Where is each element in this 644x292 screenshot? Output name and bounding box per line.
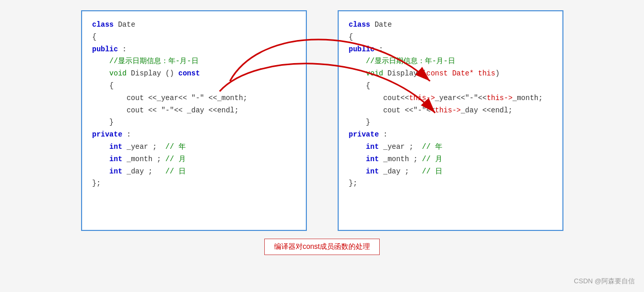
left-line-6: { xyxy=(92,80,296,92)
left-line-13: int _day ; // 日 xyxy=(92,166,296,178)
right-line-5: void Display (const Date* this) xyxy=(349,68,552,80)
left-line-11: int _year ; // 年 xyxy=(92,141,296,153)
left-line-5: void Display () const xyxy=(92,68,296,80)
left-line-1: class Date xyxy=(92,19,296,31)
right-line-6: { xyxy=(349,80,552,92)
right-line-10: private : xyxy=(349,129,552,141)
left-line-3: public : xyxy=(92,44,296,56)
right-line-9: } xyxy=(349,116,552,129)
right-line-2: { xyxy=(349,31,552,44)
left-line-9: } xyxy=(92,116,296,129)
left-line-4: //显示日期信息：年-月-日 xyxy=(92,55,296,68)
right-line-8: cout <<"-"<<this->_day <<endl; xyxy=(349,105,552,117)
left-line-14: }; xyxy=(92,178,296,190)
right-line-3: public : xyxy=(349,44,552,56)
watermark: CSDN @阿森要自信 xyxy=(574,277,635,286)
left-line-10: private : xyxy=(92,129,296,141)
right-line-11: int _year ; // 年 xyxy=(349,141,552,153)
right-line-4: //显示日期信息：年-月-日 xyxy=(349,55,552,68)
right-line-13: int _day ; // 日 xyxy=(349,166,552,178)
left-line-2: { xyxy=(92,31,296,44)
caption-box: 编译器对const成员函数的处理 xyxy=(264,239,380,255)
left-line-12: int _month ; // 月 xyxy=(92,153,296,166)
left-line-8: cout << "-"<< _day <<endl; xyxy=(92,105,296,117)
left-code-box: class Date { public : //显示日期信息：年-月-日 voi… xyxy=(81,10,307,231)
right-line-12: int _month ; // 月 xyxy=(349,153,552,166)
left-line-7: cout <<_year<< "-" <<_month; xyxy=(92,92,296,105)
right-code-box: class Date { public : //显示日期信息：年-月-日 voi… xyxy=(338,10,563,231)
right-line-1: class Date xyxy=(349,19,552,31)
right-line-14: }; xyxy=(349,178,552,190)
caption-text: 编译器对const成员函数的处理 xyxy=(274,242,370,250)
right-line-7: cout<<this->_year<<"-"<<this->_month; xyxy=(349,92,552,105)
main-container: class Date { public : //显示日期信息：年-月-日 voi… xyxy=(0,0,644,292)
diagrams-row: class Date { public : //显示日期信息：年-月-日 voi… xyxy=(10,10,634,231)
